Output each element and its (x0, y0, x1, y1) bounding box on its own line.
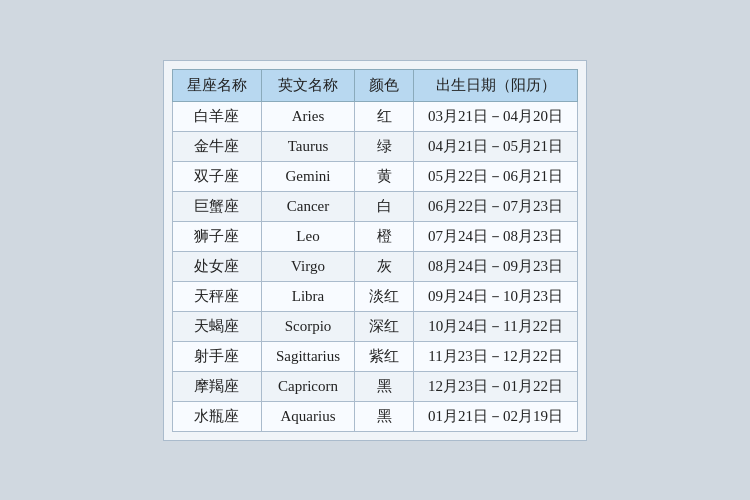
zodiac-date: 11月23日－12月22日 (414, 341, 578, 371)
table-row: 水瓶座Aquarius黑01月21日－02月19日 (172, 401, 577, 431)
zodiac-date: 04月21日－05月21日 (414, 131, 578, 161)
table-row: 摩羯座Capricorn黑12月23日－01月22日 (172, 371, 577, 401)
zodiac-english: Aquarius (261, 401, 354, 431)
zodiac-date: 05月22日－06月21日 (414, 161, 578, 191)
zodiac-english: Scorpio (261, 311, 354, 341)
zodiac-color: 黄 (355, 161, 414, 191)
zodiac-english: Virgo (261, 251, 354, 281)
column-header: 颜色 (355, 69, 414, 101)
table-row: 天秤座Libra淡红09月24日－10月23日 (172, 281, 577, 311)
table-row: 天蝎座Scorpio深红10月24日－11月22日 (172, 311, 577, 341)
zodiac-chinese: 金牛座 (172, 131, 261, 161)
zodiac-english: Taurus (261, 131, 354, 161)
zodiac-date: 06月22日－07月23日 (414, 191, 578, 221)
table-row: 狮子座Leo橙07月24日－08月23日 (172, 221, 577, 251)
zodiac-color: 红 (355, 101, 414, 131)
zodiac-date: 08月24日－09月23日 (414, 251, 578, 281)
zodiac-color: 黑 (355, 401, 414, 431)
column-header: 英文名称 (261, 69, 354, 101)
zodiac-chinese: 白羊座 (172, 101, 261, 131)
zodiac-chinese: 狮子座 (172, 221, 261, 251)
table-row: 处女座Virgo灰08月24日－09月23日 (172, 251, 577, 281)
zodiac-table: 星座名称英文名称颜色出生日期（阳历） 白羊座Aries红03月21日－04月20… (172, 69, 578, 432)
zodiac-english: Libra (261, 281, 354, 311)
zodiac-chinese: 巨蟹座 (172, 191, 261, 221)
zodiac-color: 绿 (355, 131, 414, 161)
zodiac-color: 紫红 (355, 341, 414, 371)
zodiac-date: 07月24日－08月23日 (414, 221, 578, 251)
zodiac-english: Capricorn (261, 371, 354, 401)
zodiac-date: 01月21日－02月19日 (414, 401, 578, 431)
zodiac-english: Cancer (261, 191, 354, 221)
zodiac-chinese: 射手座 (172, 341, 261, 371)
zodiac-date: 10月24日－11月22日 (414, 311, 578, 341)
table-row: 巨蟹座Cancer白06月22日－07月23日 (172, 191, 577, 221)
zodiac-chinese: 水瓶座 (172, 401, 261, 431)
zodiac-date: 03月21日－04月20日 (414, 101, 578, 131)
zodiac-color: 白 (355, 191, 414, 221)
zodiac-color: 黑 (355, 371, 414, 401)
zodiac-color: 灰 (355, 251, 414, 281)
zodiac-english: Leo (261, 221, 354, 251)
column-header: 出生日期（阳历） (414, 69, 578, 101)
zodiac-chinese: 双子座 (172, 161, 261, 191)
zodiac-english: Aries (261, 101, 354, 131)
zodiac-chinese: 天秤座 (172, 281, 261, 311)
table-row: 金牛座Taurus绿04月21日－05月21日 (172, 131, 577, 161)
table-row: 双子座Gemini黄05月22日－06月21日 (172, 161, 577, 191)
zodiac-date: 12月23日－01月22日 (414, 371, 578, 401)
zodiac-chinese: 处女座 (172, 251, 261, 281)
table-row: 白羊座Aries红03月21日－04月20日 (172, 101, 577, 131)
zodiac-chinese: 摩羯座 (172, 371, 261, 401)
zodiac-color: 橙 (355, 221, 414, 251)
zodiac-chinese: 天蝎座 (172, 311, 261, 341)
zodiac-date: 09月24日－10月23日 (414, 281, 578, 311)
zodiac-english: Gemini (261, 161, 354, 191)
table-row: 射手座Sagittarius紫红11月23日－12月22日 (172, 341, 577, 371)
column-header: 星座名称 (172, 69, 261, 101)
zodiac-color: 淡红 (355, 281, 414, 311)
zodiac-english: Sagittarius (261, 341, 354, 371)
zodiac-color: 深红 (355, 311, 414, 341)
zodiac-table-container: 星座名称英文名称颜色出生日期（阳历） 白羊座Aries红03月21日－04月20… (163, 60, 587, 441)
